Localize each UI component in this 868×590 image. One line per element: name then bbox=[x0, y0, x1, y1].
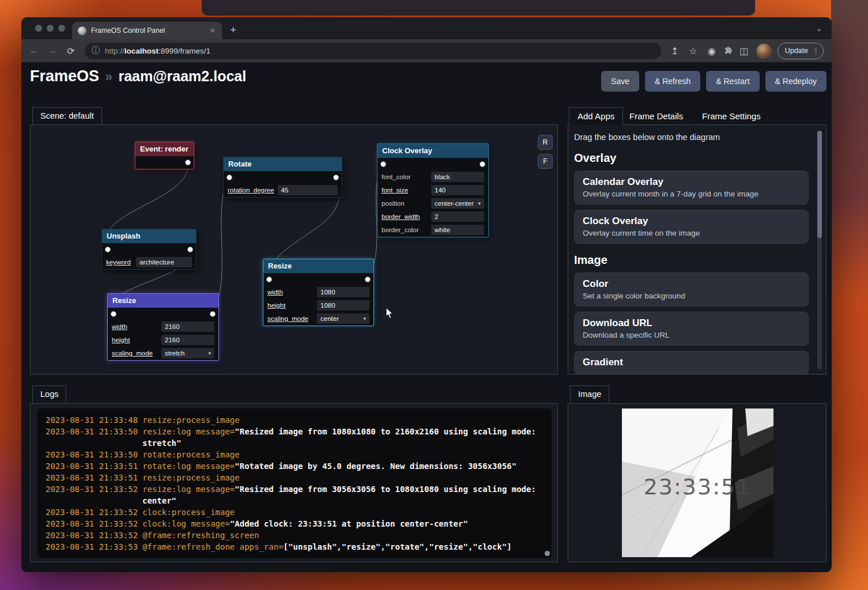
input-port[interactable] bbox=[111, 311, 116, 317]
share-icon[interactable]: ↥ bbox=[667, 43, 683, 59]
window-zoom-button[interactable] bbox=[58, 25, 65, 32]
close-tab-icon[interactable]: × bbox=[209, 26, 216, 35]
field-name[interactable]: font_size bbox=[382, 187, 428, 194]
drag-hint-text: Drag the boxes below onto the diagram bbox=[574, 133, 809, 142]
field-name[interactable]: height bbox=[267, 302, 314, 309]
scene-diagram[interactable]: Event: render Rotate rotation_degree 45 bbox=[30, 124, 558, 375]
logs-panel: 2023-08-31 21:33:48resize:process_image … bbox=[30, 403, 558, 562]
output-port[interactable] bbox=[333, 175, 339, 180]
dropdown-caret-icon: ▾ bbox=[478, 201, 481, 206]
field-name[interactable]: scaling_mode bbox=[112, 350, 158, 357]
log-time: 2023-08-31 21:33:51 bbox=[46, 462, 138, 471]
app-description: Set a single color background bbox=[583, 292, 800, 300]
field-value[interactable]: 140 bbox=[431, 185, 484, 195]
node-title[interactable]: Clock Overlay bbox=[378, 144, 488, 158]
input-port[interactable] bbox=[105, 247, 111, 252]
selected-option: stretch bbox=[165, 350, 185, 357]
sidebar-scrollbar-thumb[interactable] bbox=[817, 131, 822, 238]
app-name: Clock Overlay bbox=[583, 215, 800, 227]
node-event-render[interactable]: Event: render bbox=[135, 142, 194, 169]
field-value[interactable]: white bbox=[431, 225, 484, 235]
output-port[interactable] bbox=[480, 161, 485, 167]
field-select[interactable]: stretch▾ bbox=[161, 348, 214, 358]
field-value[interactable]: black bbox=[431, 172, 484, 182]
node-title[interactable]: Resize bbox=[108, 294, 218, 308]
field-select[interactable]: center▾ bbox=[317, 313, 369, 324]
redeploy-button[interactable]: & Redeploy bbox=[765, 71, 827, 92]
scene-label: Scene: default bbox=[32, 107, 102, 124]
log-terminal[interactable]: 2023-08-31 21:33:48resize:process_image … bbox=[37, 409, 552, 558]
output-port[interactable] bbox=[210, 311, 216, 317]
reset-zoom-button[interactable]: R bbox=[538, 135, 553, 150]
input-port[interactable] bbox=[266, 277, 272, 282]
field-name[interactable]: width bbox=[112, 323, 158, 330]
site-info-icon[interactable]: ⓘ bbox=[92, 46, 100, 56]
new-tab-button[interactable]: + bbox=[222, 24, 244, 36]
output-port[interactable] bbox=[185, 160, 191, 165]
output-port[interactable] bbox=[365, 277, 371, 282]
tab-add-apps[interactable]: Add Apps bbox=[569, 107, 623, 125]
fit-view-button[interactable]: F bbox=[538, 154, 553, 169]
extensions-puzzle-icon[interactable] bbox=[723, 46, 733, 55]
field-value[interactable]: 1080 bbox=[317, 300, 369, 311]
field-value[interactable]: 2 bbox=[431, 211, 484, 222]
extension-badge-icon[interactable]: ◉ bbox=[704, 43, 720, 59]
update-button[interactable]: Update ⋮ bbox=[778, 43, 824, 59]
field-select[interactable]: center-center▾ bbox=[431, 198, 484, 209]
back-button[interactable]: ← bbox=[26, 43, 42, 59]
node-unsplash[interactable]: Unsplash keyword architecture bbox=[101, 229, 197, 270]
app-card-color[interactable]: Color Set a single color background bbox=[574, 273, 809, 307]
field-value[interactable]: 1080 bbox=[317, 287, 369, 297]
window-controls bbox=[21, 25, 72, 32]
terminal-scrollbar-thumb[interactable] bbox=[545, 551, 550, 556]
field-name[interactable]: keyword bbox=[106, 259, 133, 266]
field-name[interactable]: scaling_mode bbox=[267, 315, 314, 322]
browser-tab[interactable]: FrameOS Control Panel × bbox=[72, 22, 222, 39]
node-title[interactable]: Event: render bbox=[135, 142, 194, 156]
node-title[interactable]: Resize bbox=[263, 259, 373, 273]
tab-frame-details[interactable]: Frame Details bbox=[629, 111, 683, 121]
url-scheme: http:// bbox=[105, 47, 124, 55]
field-name[interactable]: width bbox=[267, 289, 314, 296]
brand-title[interactable]: FrameOS bbox=[30, 67, 99, 85]
app-card-calendar-overlay[interactable]: Calendar Overlay Overlay current month i… bbox=[574, 171, 809, 205]
field-value[interactable]: 2160 bbox=[161, 322, 214, 332]
node-clock-overlay[interactable]: Clock Overlay font_color black font_size… bbox=[377, 143, 489, 237]
field-value[interactable]: 2160 bbox=[161, 335, 214, 345]
field-value[interactable]: architecture bbox=[136, 257, 192, 267]
refresh-button[interactable]: & Refresh bbox=[645, 71, 700, 92]
node-title[interactable]: Unsplash bbox=[102, 229, 196, 243]
log-entry: 2023-08-31 21:33:51rotate:log message="R… bbox=[46, 460, 544, 472]
tab-frame-settings[interactable]: Frame Settings bbox=[702, 111, 761, 121]
app-card-download-url[interactable]: Download URL Download a specific URL bbox=[574, 312, 809, 346]
log-message: ["unsplash","resize","rotate","resize","… bbox=[284, 542, 512, 551]
browser-menu-icon[interactable]: ⋮ bbox=[812, 47, 820, 55]
input-port[interactable] bbox=[227, 175, 232, 180]
tab-search-chevron-icon[interactable]: ⌄ bbox=[816, 24, 822, 33]
wallpaper-shade bbox=[831, 0, 868, 300]
forward-button[interactable]: → bbox=[44, 43, 61, 59]
bookmark-star-icon[interactable]: ☆ bbox=[685, 43, 701, 59]
app-card-gradient[interactable]: Gradient bbox=[574, 351, 809, 375]
profile-avatar[interactable] bbox=[756, 43, 772, 59]
output-port[interactable] bbox=[187, 247, 193, 252]
field-value[interactable]: 45 bbox=[278, 185, 338, 195]
side-panel-icon[interactable]: ◫ bbox=[736, 43, 752, 59]
node-rotate[interactable]: Rotate rotation_degree 45 bbox=[223, 157, 342, 198]
app-name: Gradient bbox=[583, 357, 800, 368]
reload-button[interactable]: ⟳ bbox=[63, 43, 79, 59]
address-bar[interactable]: ⓘ http://localhost:8999/frames/1 bbox=[85, 43, 661, 59]
app-card-clock-overlay[interactable]: Clock Overlay Overlay current time on th… bbox=[574, 210, 809, 244]
app-description: Overlay current month in a 7-day grid on… bbox=[583, 190, 800, 198]
save-button[interactable]: Save bbox=[601, 71, 639, 92]
field-name[interactable]: rotation_degree bbox=[228, 187, 274, 194]
field-name[interactable]: height bbox=[112, 336, 158, 343]
input-port[interactable] bbox=[380, 161, 386, 167]
node-title[interactable]: Rotate bbox=[224, 157, 342, 171]
window-close-button[interactable] bbox=[35, 25, 42, 32]
node-resize-stretch[interactable]: Resize width 2160 height 2160 scaling_mo… bbox=[107, 293, 219, 361]
restart-button[interactable]: & Restart bbox=[706, 71, 759, 92]
node-resize-center[interactable]: Resize width 1080 height 1080 scaling_mo… bbox=[263, 259, 374, 326]
field-name[interactable]: border_width bbox=[382, 213, 428, 220]
window-minimize-button[interactable] bbox=[47, 25, 54, 32]
